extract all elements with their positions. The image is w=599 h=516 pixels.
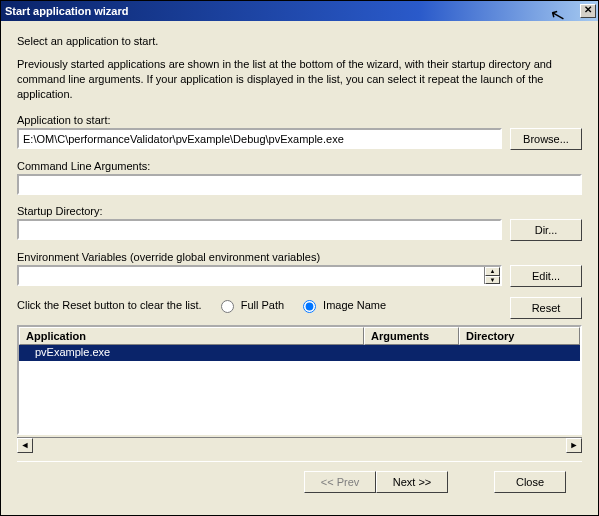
titlebar: Start application wizard ✕: [1, 1, 598, 21]
radio-full-path-label: Full Path: [241, 299, 284, 311]
cmdline-input[interactable]: [17, 174, 582, 195]
col-application[interactable]: Application: [19, 327, 364, 345]
content-area: Select an application to start. Previous…: [1, 21, 598, 515]
prev-button: << Prev: [304, 471, 376, 493]
radio-image-name[interactable]: Image Name: [298, 297, 386, 313]
close-icon[interactable]: ✕: [580, 4, 596, 18]
reset-button[interactable]: Reset: [510, 297, 582, 319]
startup-dir-input[interactable]: [17, 219, 502, 240]
application-label: Application to start:: [17, 114, 582, 126]
radio-image-name-label: Image Name: [323, 299, 386, 311]
history-table[interactable]: Application Arguments Directory pvExampl…: [17, 325, 582, 435]
cell-directory: [459, 345, 580, 361]
table-row[interactable]: pvExample.exe: [19, 345, 580, 361]
horizontal-scrollbar[interactable]: ◄ ►: [17, 437, 582, 453]
spinner-down-icon[interactable]: ▼: [485, 276, 500, 285]
application-input[interactable]: [17, 128, 502, 149]
cmdline-label: Command Line Arguments:: [17, 160, 582, 172]
window-title: Start application wizard: [5, 5, 578, 17]
radio-image-name-input[interactable]: [303, 300, 316, 313]
browse-button[interactable]: Browse...: [510, 128, 582, 150]
env-vars-label: Environment Variables (override global e…: [17, 251, 582, 263]
reset-hint-text: Click the Reset button to clear the list…: [17, 299, 202, 311]
table-header: Application Arguments Directory: [19, 327, 580, 345]
next-button[interactable]: Next >>: [376, 471, 448, 493]
env-vars-spinner[interactable]: ▲ ▼: [484, 267, 500, 284]
col-arguments[interactable]: Arguments: [364, 327, 459, 345]
env-vars-input[interactable]: ▲ ▼: [17, 265, 502, 286]
dir-button[interactable]: Dir...: [510, 219, 582, 241]
cell-arguments: [364, 345, 459, 361]
scroll-right-icon[interactable]: ►: [566, 438, 582, 453]
scroll-left-icon[interactable]: ◄: [17, 438, 33, 453]
col-directory[interactable]: Directory: [459, 327, 580, 345]
description-text: Previously started applications are show…: [17, 57, 582, 102]
spinner-up-icon[interactable]: ▲: [485, 267, 500, 276]
close-button[interactable]: Close: [494, 471, 566, 493]
intro-text: Select an application to start.: [17, 35, 582, 47]
radio-full-path[interactable]: Full Path: [216, 297, 284, 313]
radio-full-path-input[interactable]: [221, 300, 234, 313]
edit-button[interactable]: Edit...: [510, 265, 582, 287]
cell-application: pvExample.exe: [19, 345, 364, 361]
wizard-window: Start application wizard ✕ Select an app…: [0, 0, 599, 516]
startup-dir-label: Startup Directory:: [17, 205, 582, 217]
wizard-footer: << Prev Next >> Close: [17, 461, 582, 503]
